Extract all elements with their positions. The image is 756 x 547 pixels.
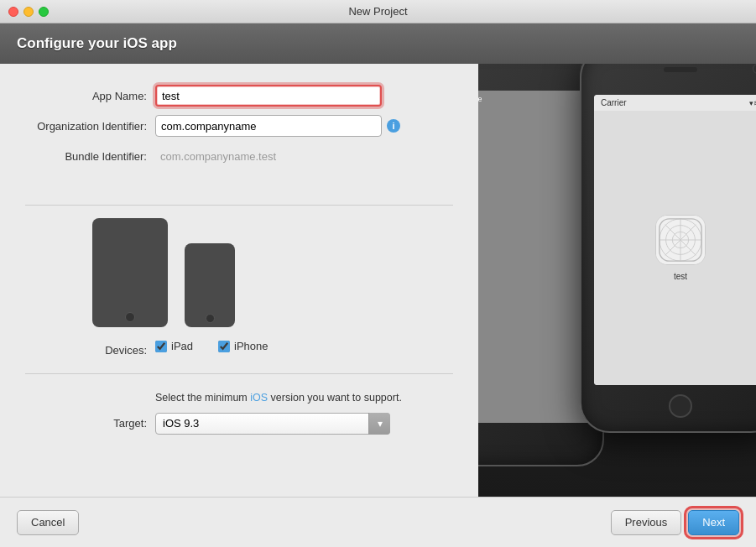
org-id-row: Organization Identifier: i xyxy=(25,115,453,137)
device-previews xyxy=(92,218,235,327)
devices-row: Devices: iPad iPhone xyxy=(25,340,269,361)
right-panel: Carrie Carrier ▾≋ xyxy=(478,64,756,497)
iphone-label: iPhone xyxy=(234,340,268,352)
phone-screen-content: test xyxy=(594,111,756,385)
maximize-button[interactable] xyxy=(39,7,49,17)
phone-earpiece xyxy=(664,67,697,72)
org-id-label: Organization Identifier: xyxy=(25,120,155,133)
traffic-lights xyxy=(8,7,49,17)
app-icon-svg xyxy=(656,216,705,264)
app-icon xyxy=(655,215,706,265)
info-icon[interactable]: i xyxy=(387,119,400,133)
phone-camera-icon xyxy=(753,64,756,74)
devices-checkboxes: iPad iPhone xyxy=(155,340,269,352)
previous-button[interactable]: Previous xyxy=(611,510,682,535)
target-select-wrapper: iOS 9.3 iOS 9.2 iOS 9.1 iOS 9.0 iOS 8.4 xyxy=(155,413,390,435)
cancel-button[interactable]: Cancel xyxy=(17,510,79,535)
support-text: Select the minimum iOS version you want … xyxy=(155,391,453,406)
ios-link[interactable]: iOS xyxy=(250,392,268,404)
phone-carrier-text: Carrier xyxy=(601,98,627,107)
window-title: New Project xyxy=(348,5,407,18)
separator-2 xyxy=(25,373,453,374)
phone-status-bar: Carrier ▾≋ xyxy=(594,95,756,111)
target-row: Target: iOS 9.3 iOS 9.2 iOS 9.1 iOS 9.0 … xyxy=(25,413,453,435)
separator-1 xyxy=(25,205,453,206)
iphone-preview xyxy=(185,243,235,327)
iphone-checkbox-label[interactable]: iPhone xyxy=(218,340,268,352)
big-phone-status-bar: Carrie xyxy=(478,91,592,107)
main-window: Configure your iOS app App Name: Organiz… xyxy=(0,23,756,547)
bundle-id-label: Bundle Identifier: xyxy=(25,150,155,163)
target-select[interactable]: iOS 9.3 iOS 9.2 iOS 9.1 iOS 9.0 iOS 8.4 xyxy=(155,413,390,435)
close-button[interactable] xyxy=(8,7,18,17)
target-section: Select the minimum iOS version you want … xyxy=(25,391,453,435)
ipad-checkbox-label[interactable]: iPad xyxy=(155,340,193,352)
title-bar: New Project xyxy=(0,0,756,23)
target-label: Target: xyxy=(25,417,155,430)
ipad-checkbox[interactable] xyxy=(155,341,167,352)
bundle-id-row: Bundle Identifier: xyxy=(25,145,453,167)
device-section: Devices: iPad iPhone xyxy=(25,218,453,361)
app-name-preview: test xyxy=(674,272,687,281)
next-button[interactable]: Next xyxy=(688,510,739,535)
left-panel: App Name: Organization Identifier: i Bun… xyxy=(0,64,478,497)
bundle-id-input xyxy=(155,145,382,167)
phone-body: Carrier ▾≋ xyxy=(580,64,756,433)
org-id-input[interactable] xyxy=(155,115,382,137)
minimize-button[interactable] xyxy=(23,7,34,17)
navigation-buttons: Previous Next xyxy=(611,510,739,535)
app-name-label: App Name: xyxy=(25,90,155,102)
app-name-input[interactable] xyxy=(155,85,382,107)
phone-home-button xyxy=(669,394,692,418)
bottom-bar: Cancel Previous Next xyxy=(0,497,756,547)
ipad-preview xyxy=(92,218,168,327)
form-section: App Name: Organization Identifier: i Bun… xyxy=(25,85,453,175)
window-header: Configure your iOS app xyxy=(0,23,756,64)
app-name-row: App Name: xyxy=(25,85,453,107)
iphone-checkbox[interactable] xyxy=(218,341,230,352)
phone-wifi-icon: ▾≋ xyxy=(749,99,756,107)
big-phone-carrier: Carrie xyxy=(478,95,482,103)
ipad-label: iPad xyxy=(171,340,193,352)
phone-screen: Carrier ▾≋ xyxy=(594,95,756,385)
big-phone-screen: Carrie xyxy=(478,91,592,423)
page-title: Configure your iOS app xyxy=(17,35,177,51)
phone-screen-inner: Carrier ▾≋ xyxy=(594,95,756,385)
devices-label: Devices: xyxy=(25,344,155,357)
content-area: App Name: Organization Identifier: i Bun… xyxy=(0,64,756,497)
